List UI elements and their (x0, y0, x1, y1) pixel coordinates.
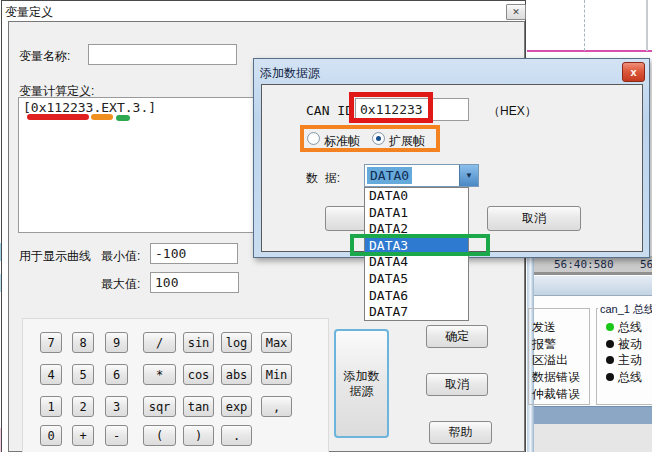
keypad-button[interactable]: sin (183, 332, 214, 353)
magenta-line (527, 50, 652, 52)
keypad-button[interactable]: + (72, 425, 94, 446)
standard-frame-radio[interactable] (307, 132, 320, 145)
list-item[interactable]: DATA6 (365, 288, 468, 305)
max-value-input[interactable] (150, 272, 239, 293)
hex-label: （HEX） (488, 103, 537, 120)
list-item[interactable]: DATA1 (365, 205, 468, 222)
data-combobox[interactable]: DATA0 ▼ (364, 164, 479, 187)
keypad-button[interactable]: abs (221, 364, 252, 385)
status-dot (606, 373, 614, 381)
close-icon[interactable]: x (622, 62, 645, 82)
keypad-button[interactable]: ( (143, 425, 176, 446)
keypad-button[interactable]: 8 (72, 332, 94, 353)
panel-header-bar (534, 276, 652, 296)
extended-frame-label: 扩展帧 (389, 133, 425, 150)
variable-name-label: 变量名称: (19, 48, 70, 65)
keypad-button[interactable]: tan (183, 396, 214, 417)
variable-name-input[interactable] (88, 44, 237, 65)
dialog-title: 添加数据源 (260, 65, 320, 82)
keypad-button[interactable]: 5 (72, 364, 94, 385)
status-label: 数据错误 (532, 369, 580, 386)
list-item[interactable]: DATA5 (365, 271, 468, 288)
time-bar: 56:40:580 56 (534, 256, 652, 272)
status-label: 区溢出 (532, 352, 568, 369)
cancel-button[interactable]: 取消 (426, 373, 488, 396)
close-icon[interactable]: ✕ (506, 4, 526, 20)
status-panel: 发送 报警 区溢出 数据错误 仲裁错误 can_1 总线 总线 被动 主动 总线 (534, 296, 652, 406)
underline-green (116, 115, 130, 121)
ok-button[interactable]: 确定 (426, 325, 488, 348)
extended-frame-radio[interactable] (372, 132, 385, 145)
status-label: 总线 (618, 369, 642, 386)
keypad-button[interactable]: 2 (72, 396, 94, 417)
status-label: 仲裁错误 (532, 386, 580, 403)
channel-label: can_1 总线 (598, 302, 652, 317)
keypad-button[interactable]: ) (183, 425, 214, 446)
status-label: 总线 (618, 319, 642, 336)
status-label: 报警 (532, 336, 556, 353)
keypad-button[interactable]: / (143, 332, 176, 353)
keypad-button[interactable]: cos (183, 364, 214, 385)
help-button[interactable]: 帮助 (429, 421, 492, 444)
keypad-button[interactable]: 1 (40, 396, 62, 417)
keypad-button[interactable]: 0 (40, 425, 62, 446)
keypad-button[interactable]: . (221, 425, 252, 446)
status-label: 被动 (618, 336, 642, 353)
panel-footer (534, 424, 652, 452)
annotation-green-box (350, 234, 490, 256)
status-dot (606, 323, 614, 331)
keypad-button[interactable]: sqr (143, 396, 176, 417)
calc-expression: [0x112233.EXT.3.] (23, 100, 156, 115)
chevron-down-icon[interactable]: ▼ (459, 165, 478, 186)
steel-bar (534, 406, 652, 424)
dashed-guide-line (584, 0, 585, 51)
keypad-button[interactable]: exp (221, 396, 252, 417)
status-label: 发送 (532, 319, 556, 336)
keypad-button[interactable]: * (143, 364, 176, 385)
keypad-button[interactable]: Min (261, 364, 292, 385)
list-item[interactable]: DATA7 (365, 304, 468, 321)
add-data-source-button[interactable]: 添加数据源 (334, 329, 389, 438)
min-label: 最小值: (101, 248, 140, 265)
keypad-button[interactable]: 7 (40, 332, 62, 353)
keypad-button[interactable]: log (221, 332, 252, 353)
timestamp-partial: 56 (640, 258, 652, 271)
standard-frame-label: 标准帧 (324, 133, 360, 150)
keypad-button[interactable]: - (105, 425, 128, 446)
list-item[interactable]: DATA0 (365, 188, 468, 205)
status-dot (606, 340, 614, 348)
timestamp: 56:40:580 (554, 258, 614, 271)
cancel-button[interactable]: 取消 (487, 206, 581, 231)
data-label: 数 据: (306, 170, 340, 187)
combobox-value: DATA0 (367, 167, 412, 184)
keypad-button[interactable]: 4 (40, 364, 62, 385)
max-label: 最大值: (101, 276, 140, 293)
underline-orange (91, 114, 113, 120)
keypad-button[interactable]: Max (261, 332, 292, 353)
underline-red (27, 114, 89, 120)
status-label: 主动 (618, 352, 642, 369)
keypad-button[interactable]: , (261, 396, 292, 417)
dialog-title: 变量定义 (5, 4, 53, 21)
annotation-red-box (349, 92, 433, 123)
curve-label: 用于显示曲线 (19, 248, 91, 265)
min-value-input[interactable] (150, 243, 238, 264)
keypad-button[interactable]: 6 (105, 364, 128, 385)
window-edge-line (646, 0, 648, 51)
keypad-button[interactable]: 9 (105, 332, 128, 353)
list-item[interactable]: DATA4 (365, 254, 468, 271)
status-dot (606, 356, 614, 364)
divider (534, 272, 652, 275)
keypad-panel: 7 8 9 / sin log Max 4 5 6 * cos abs Min … (22, 318, 329, 452)
keypad-button[interactable]: 3 (105, 396, 128, 417)
